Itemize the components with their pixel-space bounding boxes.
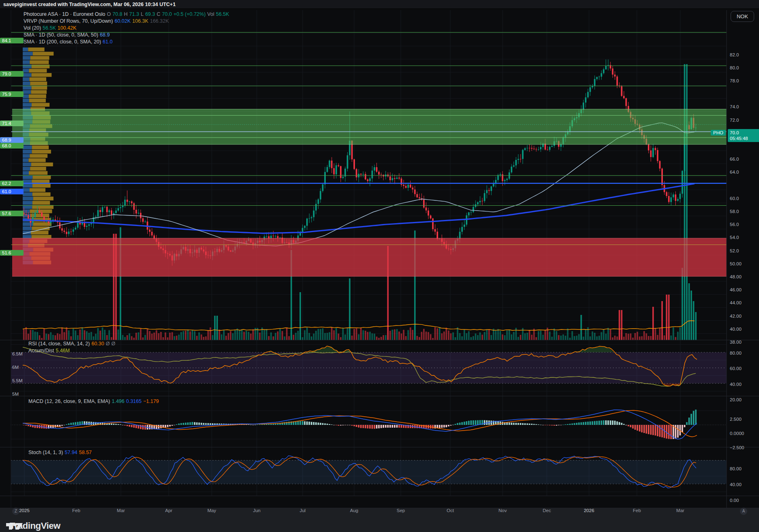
stoch-tick-label: 80.00 (730, 466, 742, 471)
time-tick-label: Oct (447, 508, 454, 513)
rsi-tick-label: 60.00 (730, 366, 742, 371)
symbol-price-tag: PHO (711, 130, 726, 136)
last-price-badge: 70.0 05:45:48 (728, 129, 759, 142)
legend-text: H (124, 11, 128, 17)
price-tick-label: 60.0 (730, 196, 739, 201)
price-tick-label: 72.0 (730, 118, 739, 123)
vrvp-legend[interactable]: VRVP (Number Of Rows, 70, Up/Down)60.02K… (24, 18, 170, 24)
price-tick-label: 52.0 (730, 248, 739, 253)
time-tick-label: Mar (117, 508, 125, 513)
stoch-tick-label: 0.00 (730, 498, 739, 503)
time-tick-label: Apr (165, 508, 172, 513)
price-level-badge: 84.1 (0, 38, 24, 43)
legend-text: 5.46M (56, 348, 70, 353)
price-tick-label: 56.0 (730, 222, 739, 227)
price-tick-label: 40.00 (730, 327, 742, 332)
price-tick-label: 66.0 (730, 157, 739, 162)
time-tick-label: 2025 (19, 508, 30, 513)
legend-text: Photocure ASA · 1D · Euronext Oslo (24, 11, 105, 17)
legend-text: +0.5 (+0.72%) (174, 11, 206, 17)
time-tick-label: Nov (499, 508, 507, 513)
price-level-badge: 62.2 (0, 181, 24, 186)
legend-text: 1.496 (112, 398, 124, 404)
price-level-badge: 68.0 (0, 143, 24, 149)
time-tick-label: May (207, 508, 216, 513)
legend-text: SMA · 1D (50, close, 0, SMA, 50) (24, 32, 98, 38)
price-tick-label: 82.0 (730, 52, 739, 57)
price-tick-label: 64.0 (730, 170, 739, 174)
price-tick-label: 38.00 (730, 340, 742, 345)
legend-text: Ø (106, 341, 110, 347)
rsi-tick-label: 20.00 (730, 397, 742, 402)
legend-text: C (157, 11, 160, 17)
chart-canvas[interactable] (0, 0, 759, 532)
price-tick-label: 58.0 (730, 209, 739, 214)
legend-text: 60.02K (114, 18, 131, 24)
time-tick-label: 2026 (584, 508, 594, 513)
volume-legend[interactable]: Vol (20)56.5K100.42K (24, 25, 78, 31)
price-tick-label: 46.00 (730, 287, 742, 292)
legend-text: VRVP (Number Of Rows, 70, Up/Down) (24, 18, 113, 24)
legend-text: RSI (14, close, SMA, 14, 2) (28, 341, 90, 347)
legend-text: 106.3K (132, 18, 148, 24)
legend-text: O (107, 11, 111, 17)
legend-text: Vol (20) (24, 25, 41, 31)
legend-text: 56.5K (43, 25, 56, 31)
legend-text: 71.3 (129, 11, 139, 17)
legend-text: 61.0 (103, 39, 112, 45)
currency-button[interactable]: NOK (731, 11, 754, 22)
legend-text: −1.179 (143, 398, 159, 404)
price-level-badge: 75.9 (0, 91, 24, 97)
price-level-badge: 57.6 (0, 211, 24, 216)
auto-scale-button[interactable]: A (740, 508, 747, 515)
legend-text: Ø (111, 341, 115, 347)
legend-text: Stoch (14, 1, 3) (28, 450, 63, 455)
price-tick-label: 78.0 (730, 78, 739, 83)
price-level-badge: 71.4 (0, 121, 24, 126)
legend-text: Accum/Dist (28, 348, 54, 353)
legend-text: 100.42K (58, 25, 77, 31)
legend-text: MACD (12, 26, close, 9, EMA, EMA) (28, 398, 110, 404)
time-tick-label: Feb (633, 508, 641, 513)
price-tick-label: 50.00 (730, 261, 742, 266)
symbol-legend[interactable]: Photocure ASA · 1D · Euronext OsloO70.8H… (24, 11, 231, 17)
legend-text: 166.32K (150, 18, 169, 24)
last-price-value: 70.0 (730, 130, 759, 136)
time-tick-label: Aug (350, 508, 358, 513)
legend-text: 58.57 (79, 450, 92, 455)
accum-dist-tick-label: 6M (12, 365, 19, 370)
time-tick-label: Jul (300, 508, 306, 513)
price-level-badge: 68.9 (0, 137, 24, 143)
price-level-badge: 61.0 (0, 189, 24, 194)
macd-tick-label: −2.500 (730, 445, 744, 450)
sma50-legend[interactable]: SMA · 1D (50, close, 0, SMA, 50)68.9 (24, 32, 111, 38)
stoch-legend[interactable]: Stoch (14, 1, 3)57.9458.57 (28, 450, 93, 455)
price-tick-label: 54.0 (730, 235, 739, 240)
timezone-button[interactable]: Z (12, 508, 19, 515)
accum-dist-tick-label: 5M (12, 392, 19, 396)
tradingview-window: savepiginvest created with TradingView.c… (0, 0, 759, 532)
price-tick-label: 80.0 (730, 65, 739, 70)
legend-text: Vol (207, 11, 214, 17)
tradingview-logo-icon (6, 521, 24, 532)
price-tick-label: 42.00 (730, 314, 742, 319)
price-tick-label: 48.00 (730, 274, 742, 279)
price-tick-label: 44.00 (730, 300, 742, 305)
accum-dist-tick-label: 6.5M (12, 351, 23, 356)
accum-dist-legend[interactable]: Accum/Dist5.46M (28, 348, 71, 353)
legend-text: 0.3165 (126, 398, 142, 404)
time-tick-label: Jun (253, 508, 261, 513)
legend-text: 70.8 (112, 11, 122, 17)
legend-text: 70.0 (162, 11, 172, 17)
tradingview-logo[interactable]: TradingView (6, 521, 60, 531)
sma200-legend[interactable]: SMA · 1D (200, close, 0, SMA, 20)61.0 (24, 39, 114, 45)
stoch-tick-label: 40.00 (730, 482, 742, 487)
time-tick-label: Feb (72, 508, 80, 513)
rsi-tick-label: 80.00 (730, 351, 742, 355)
macd-legend[interactable]: MACD (12, 26, close, 9, EMA, EMA)1.4960.… (28, 398, 161, 404)
bar-countdown: 05:45:48 (730, 136, 759, 141)
accum-dist-tick-label: 5.5M (12, 378, 23, 383)
legend-text: 60.30 (91, 341, 104, 347)
time-tick-label: Sep (397, 508, 405, 513)
rsi-legend[interactable]: RSI (14, close, SMA, 14, 2)60.30ØØ (28, 341, 117, 347)
